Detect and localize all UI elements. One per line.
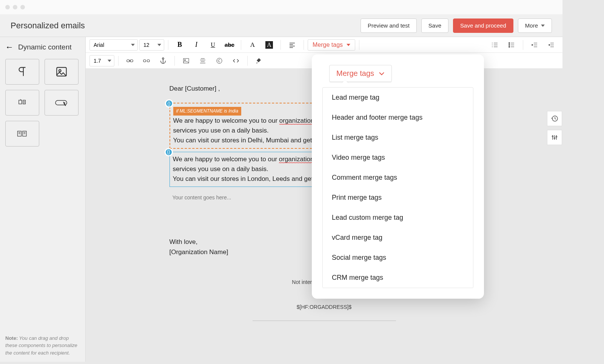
condition-tag: if ML:SEGMENTNAME is India (173, 107, 242, 116)
sidebar-title: Dynamic content (18, 43, 72, 51)
button-tile[interactable] (45, 90, 79, 116)
image-button[interactable] (179, 55, 194, 66)
bold-button[interactable]: B (172, 39, 187, 51)
preview-test-button[interactable]: Preview and test (361, 19, 417, 33)
paragraph-tile[interactable] (5, 59, 39, 85)
svg-point-6 (509, 42, 510, 43)
svg-point-7 (509, 44, 510, 45)
columns-tile[interactable] (5, 121, 39, 147)
svg-rect-2 (19, 100, 22, 104)
link-button[interactable] (122, 55, 137, 66)
italic-button[interactable]: I (189, 39, 204, 51)
strike-button[interactable]: abc (222, 39, 237, 51)
anchor-button[interactable] (156, 55, 171, 66)
svg-point-13 (162, 58, 164, 59)
menu-item[interactable]: Social merge tags (323, 248, 473, 268)
code-button[interactable] (228, 55, 243, 66)
align-button[interactable] (285, 39, 300, 51)
menu-item[interactable]: List merge tags (323, 128, 473, 148)
image-tile[interactable] (45, 59, 79, 85)
paint-button[interactable] (251, 55, 267, 66)
font-select[interactable]: Arial (89, 39, 138, 51)
sidebar-note: Note: You can drag and drop these compon… (5, 335, 80, 357)
menu-item[interactable]: CRM merge tags (323, 268, 473, 288)
bg-color-button[interactable]: A (262, 39, 277, 51)
svg-point-16 (217, 58, 222, 63)
footer-merge-var: $[HF:ORGADDRESS]$ (169, 303, 479, 312)
indent-button[interactable] (527, 39, 542, 51)
save-proceed-button[interactable]: Save and proceed (453, 19, 513, 33)
menu-item[interactable]: Video merge tags (323, 148, 473, 168)
window-max-icon[interactable] (20, 5, 25, 9)
window-close-icon[interactable] (5, 5, 10, 9)
merge-tags-button[interactable]: Merge tags (308, 39, 355, 51)
merge-tags-trigger[interactable]: Merge tags (329, 65, 392, 82)
svg-point-8 (509, 46, 510, 47)
sidebar: ← Dynamic content Note: You can drag and… (0, 37, 86, 362)
numbered-list-button[interactable] (487, 39, 502, 51)
align-button[interactable] (195, 55, 210, 66)
chevron-down-icon (541, 25, 545, 27)
menu-item[interactable]: Lead custom merge tag (323, 208, 473, 228)
svg-rect-12 (147, 60, 150, 62)
menu-item[interactable]: Comment merge tags (323, 168, 473, 188)
more-button[interactable]: More (518, 19, 552, 33)
toolbar-top: Arial 12 B I U abc A A Merge tags (86, 37, 562, 53)
lineheight-select[interactable]: 1.7 (89, 55, 114, 66)
back-arrow-icon[interactable]: ← (5, 42, 14, 52)
copyright-button[interactable] (212, 55, 227, 66)
menu-item[interactable]: Lead merge tag (323, 88, 473, 108)
chevron-down-icon (347, 44, 350, 46)
fontsize-select[interactable]: 12 (139, 39, 164, 51)
svg-point-15 (185, 59, 186, 60)
text-color-button[interactable]: A (245, 39, 260, 51)
svg-rect-11 (143, 60, 146, 62)
svg-point-1 (59, 69, 61, 72)
underline-button[interactable]: U (205, 39, 220, 51)
image-text-tile[interactable] (5, 90, 39, 116)
merge-tags-popover: Merge tags Lead merge tag Header and foo… (312, 54, 484, 299)
unlink-button[interactable] (139, 55, 154, 66)
header-bar: Personalized emails Preview and test Sav… (0, 14, 562, 37)
outdent-button[interactable] (544, 39, 559, 51)
chevron-down-icon (379, 72, 385, 76)
page-title: Personalized emails (11, 21, 85, 31)
menu-item[interactable]: Print merge tags (323, 188, 473, 208)
window-min-icon[interactable] (13, 5, 17, 9)
save-button[interactable]: Save (421, 19, 448, 33)
menu-item[interactable]: vCard merge tag (323, 228, 473, 248)
brace-toggle-icon[interactable]: {} (165, 148, 173, 156)
footer-divider (253, 321, 396, 321)
merge-tags-menu: Lead merge tag Header and footer merge t… (322, 87, 473, 288)
brace-toggle-icon[interactable]: {} (165, 99, 173, 108)
bullet-list-button[interactable] (504, 39, 519, 51)
menu-item[interactable]: Header and footer merge tags (323, 108, 473, 128)
window-titlebar (0, 0, 562, 14)
